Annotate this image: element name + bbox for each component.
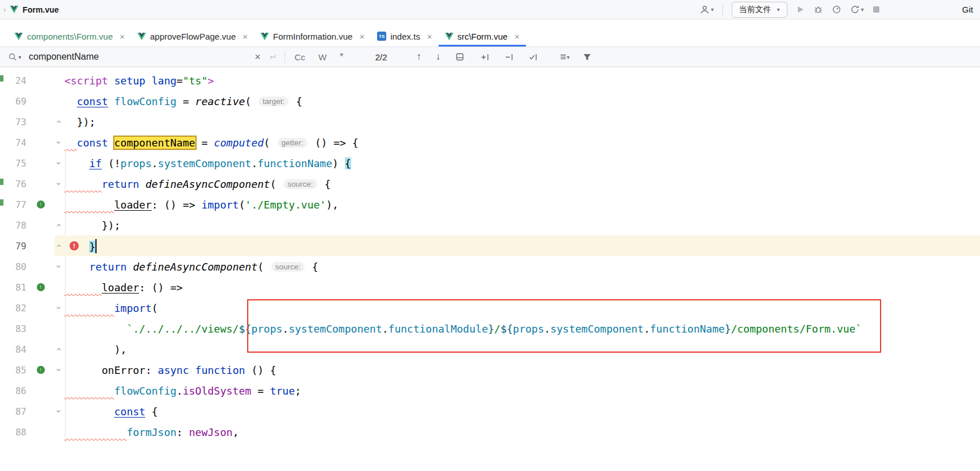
fold-end-icon[interactable]: ›: [53, 119, 64, 124]
code-line[interactable]: 69 const flowConfig = reactive( target: …: [0, 91, 980, 111]
gutter[interactable]: 81↑: [0, 277, 55, 298]
fold-start-icon[interactable]: ›: [53, 160, 64, 165]
git-menu[interactable]: Git: [962, 5, 973, 14]
editor-tab[interactable]: src\Form.vue×: [439, 28, 526, 47]
code-line[interactable]: 83 `./../../../views/${props.systemCompo…: [0, 318, 980, 339]
code-line[interactable]: 86 flowConfig.isOldSystem = true;: [0, 380, 980, 401]
gutter[interactable]: 84: [0, 339, 55, 360]
code-line-body[interactable]: › return defineAsyncComponent( source: {: [55, 256, 980, 277]
code-line-body[interactable]: › const componentName = computed( getter…: [55, 132, 980, 153]
run-button[interactable]: [796, 5, 805, 14]
gutter[interactable]: 80: [0, 256, 55, 277]
fold-end-icon[interactable]: ›: [53, 222, 64, 227]
gutter[interactable]: 85↑: [0, 360, 55, 380]
code-line[interactable]: 75› if (!props.systemComponent.functionN…: [0, 153, 980, 173]
fold-start-icon[interactable]: ›: [53, 305, 64, 310]
fold-end-icon[interactable]: ›: [53, 346, 64, 352]
fold-start-icon[interactable]: ›: [53, 408, 64, 414]
newline-icon[interactable]: [268, 53, 277, 61]
gutter[interactable]: 82: [0, 298, 55, 318]
gutter[interactable]: 73: [0, 111, 55, 132]
editor-tab[interactable]: components\Form.vue×: [8, 28, 131, 47]
debug-button[interactable]: [813, 5, 823, 14]
tab-close-icon[interactable]: ×: [427, 32, 432, 41]
find-in-selection-button[interactable]: [455, 52, 464, 61]
code-line[interactable]: 88 formJson: newJson,: [0, 422, 980, 442]
code-line-body[interactable]: › import(: [55, 298, 980, 318]
code-line[interactable]: 81↑ loader: () =>: [0, 277, 980, 298]
code-line[interactable]: 77↑ loader: () => import('./Empty.vue'),: [0, 194, 980, 215]
code-line-body[interactable]: flowConfig.isOldSystem = true;: [55, 380, 980, 401]
editor[interactable]: 24<script setup lang="ts">69 const flowC…: [0, 67, 980, 471]
code-line[interactable]: 74› const componentName = computed( gett…: [0, 132, 980, 153]
editor-tab[interactable]: approveFlowPage.vue×: [131, 28, 254, 47]
stop-button[interactable]: [873, 6, 880, 13]
gutter[interactable]: 77↑: [0, 194, 55, 215]
gutter[interactable]: 74: [0, 132, 55, 153]
code-line-body[interactable]: formJson: newJson,: [55, 422, 980, 442]
gutter[interactable]: 86: [0, 380, 55, 401]
code-line-body[interactable]: ›! }: [55, 235, 980, 256]
code-line-body[interactable]: const flowConfig = reactive( target: {: [55, 91, 980, 111]
code-line[interactable]: 84› ),: [0, 339, 980, 360]
code-line[interactable]: 79›! }: [0, 235, 980, 256]
code-line-body[interactable]: › onError: async function () {: [55, 360, 980, 380]
error-icon[interactable]: !: [70, 241, 79, 250]
user-account-icon[interactable]: ▾: [700, 5, 714, 15]
search-icon[interactable]: ▾: [8, 52, 21, 61]
filter-button[interactable]: [583, 53, 591, 61]
fold-end-icon[interactable]: ›: [53, 243, 64, 248]
code-line-body[interactable]: › return defineAsyncComponent( source: {: [55, 173, 980, 194]
next-match-button[interactable]: ↓: [436, 51, 441, 63]
code-line[interactable]: 73› });: [0, 111, 980, 132]
code-line[interactable]: 80› return defineAsyncComponent( source:…: [0, 256, 980, 277]
fold-start-icon[interactable]: ›: [53, 264, 64, 269]
remove-occurrence-button[interactable]: [504, 52, 514, 62]
run-config-select[interactable]: 当前文件 ▾: [732, 2, 787, 18]
select-all-occurrences-button[interactable]: [528, 52, 538, 62]
view-options-button[interactable]: ≡▾: [560, 51, 570, 63]
code-line[interactable]: 85↑› onError: async function () {: [0, 360, 980, 380]
fold-start-icon[interactable]: ›: [53, 367, 64, 372]
code-line-body[interactable]: › ),: [55, 339, 980, 360]
code-line[interactable]: 76› return defineAsyncComponent( source:…: [0, 173, 980, 194]
gutter[interactable]: 78: [0, 215, 55, 235]
gutter[interactable]: 83: [0, 318, 55, 339]
code-line[interactable]: 78› });: [0, 215, 980, 235]
gutter[interactable]: 79: [0, 235, 55, 256]
match-case-toggle[interactable]: Cc: [295, 52, 305, 62]
profiler-button[interactable]: [832, 5, 841, 14]
code-line[interactable]: 87› const {: [0, 401, 980, 422]
implemented-marker-icon[interactable]: ↑: [37, 366, 45, 374]
search-input[interactable]: componentName: [29, 52, 247, 62]
gutter[interactable]: 24: [0, 70, 55, 91]
tab-close-icon[interactable]: ×: [514, 32, 520, 41]
implemented-marker-icon[interactable]: ↑: [37, 283, 45, 291]
code-line-body[interactable]: <script setup lang="ts">: [55, 70, 980, 91]
code-line-body[interactable]: › });: [55, 111, 980, 132]
clear-search-icon[interactable]: ×: [255, 52, 261, 62]
code-line-body[interactable]: `./../../../views/${props.systemComponen…: [55, 318, 980, 339]
gutter[interactable]: 69: [0, 91, 55, 111]
gutter[interactable]: 75: [0, 153, 55, 173]
code-line-body[interactable]: › const {: [55, 401, 980, 422]
code-line-body[interactable]: › if (!props.systemComponent.functionNam…: [55, 153, 980, 173]
code-line[interactable]: 24<script setup lang="ts">: [0, 70, 980, 91]
gutter[interactable]: 76: [0, 173, 55, 194]
gutter[interactable]: 88: [0, 422, 55, 442]
previous-match-button[interactable]: ↑: [417, 51, 422, 63]
fold-start-icon[interactable]: ›: [53, 140, 64, 145]
rerun-button[interactable]: ▾: [850, 5, 864, 14]
code-line-body[interactable]: loader: () =>: [55, 277, 980, 298]
code-line-body[interactable]: › });: [55, 215, 980, 235]
editor-tab[interactable]: FormInformation.vue×: [254, 28, 371, 47]
tab-close-icon[interactable]: ×: [120, 32, 125, 41]
fold-start-icon[interactable]: ›: [53, 181, 64, 186]
gutter[interactable]: 87: [0, 401, 55, 422]
whole-words-toggle[interactable]: W: [318, 52, 326, 62]
code-line[interactable]: 82› import(: [0, 298, 980, 318]
editor-tab[interactable]: TSindex.ts×: [371, 28, 438, 47]
tab-close-icon[interactable]: ×: [359, 32, 364, 41]
code-line-body[interactable]: loader: () => import('./Empty.vue'),: [55, 194, 980, 215]
implemented-marker-icon[interactable]: ↑: [37, 200, 45, 209]
